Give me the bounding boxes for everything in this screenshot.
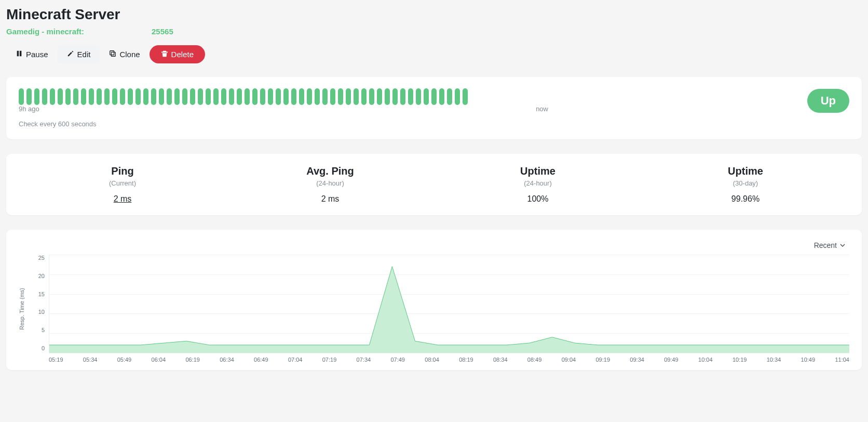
heartbeat-pill[interactable] bbox=[400, 88, 405, 105]
heartbeat-pill[interactable] bbox=[159, 88, 164, 105]
heartbeat-pill[interactable] bbox=[190, 88, 195, 105]
subtitle-row: Gamedig - minecraft: 25565 bbox=[6, 27, 862, 36]
chart-yaxis: 2520151050 bbox=[27, 255, 48, 351]
heartbeat-pill[interactable] bbox=[120, 88, 125, 105]
chart-area-svg bbox=[49, 255, 849, 353]
heartbeat-pill[interactable] bbox=[346, 88, 351, 105]
heartbeat-pill[interactable] bbox=[26, 88, 32, 105]
xtick: 06:04 bbox=[152, 357, 166, 363]
heartbeat-pill[interactable] bbox=[237, 88, 242, 105]
xtick: 11:04 bbox=[835, 357, 849, 363]
xtick: 09:49 bbox=[664, 357, 679, 363]
heartbeat-pill[interactable] bbox=[245, 88, 250, 105]
heartbeat-pill[interactable] bbox=[128, 88, 133, 105]
clone-button[interactable]: Clone bbox=[100, 45, 149, 63]
heartbeat-pill[interactable] bbox=[276, 88, 281, 105]
heartbeat-pill[interactable] bbox=[34, 88, 39, 105]
chart-range-label: Recent bbox=[814, 241, 837, 249]
heartbeat-pill[interactable] bbox=[221, 88, 226, 105]
heartbeat-pill[interactable] bbox=[42, 88, 47, 105]
heartbeat-pill[interactable] bbox=[431, 88, 437, 105]
heartbeat-pill[interactable] bbox=[377, 88, 382, 105]
xtick: 10:34 bbox=[767, 357, 781, 363]
delete-button[interactable]: Delete bbox=[150, 45, 205, 63]
ytick: 10 bbox=[27, 309, 45, 315]
stat-title: Uptime bbox=[642, 165, 849, 177]
heartbeat-pill[interactable] bbox=[424, 88, 429, 105]
chart-card: Recent Resp. Time (ms) 2520151050 05:190… bbox=[6, 230, 862, 370]
stat-title: Avg. Ping bbox=[226, 165, 434, 177]
heartbeat-pill[interactable] bbox=[307, 88, 312, 105]
delete-label: Delete bbox=[171, 50, 194, 59]
pause-icon bbox=[16, 50, 23, 59]
xtick: 05:49 bbox=[117, 357, 132, 363]
heartbeat-pill[interactable] bbox=[73, 88, 78, 105]
heartbeat-pill[interactable] bbox=[143, 88, 148, 105]
heartbeat-pill[interactable] bbox=[291, 88, 296, 105]
heartbeat-pill[interactable] bbox=[260, 88, 265, 105]
heartbeat-pill[interactable] bbox=[135, 88, 141, 105]
xtick: 07:49 bbox=[390, 357, 405, 363]
stat-sub: (Current) bbox=[19, 179, 226, 187]
heartbeat-pill[interactable] bbox=[229, 88, 234, 105]
svg-rect-1 bbox=[20, 51, 22, 57]
heartbeat-pill[interactable] bbox=[385, 88, 390, 105]
stat: Uptime(30-day)99.96% bbox=[642, 165, 849, 204]
heartbeat-pill[interactable] bbox=[361, 88, 367, 105]
ytick: 0 bbox=[27, 345, 45, 351]
heartbeat-pill[interactable] bbox=[369, 88, 374, 105]
stat-sub: (30-day) bbox=[642, 179, 849, 187]
heartbeat-pill[interactable] bbox=[455, 88, 460, 105]
xtick: 08:34 bbox=[493, 357, 508, 363]
heartbeat-pill[interactable] bbox=[174, 88, 180, 105]
xtick: 08:49 bbox=[527, 357, 542, 363]
heartbeat-pill[interactable] bbox=[65, 88, 71, 105]
stat: Avg. Ping(24-hour)2 ms bbox=[226, 165, 434, 204]
heartbeat-pill[interactable] bbox=[151, 88, 156, 105]
heartbeat-pill[interactable] bbox=[213, 88, 219, 105]
heartbeat-pill[interactable] bbox=[167, 88, 172, 105]
heartbeat-pill[interactable] bbox=[354, 88, 359, 105]
heartbeat-pill[interactable] bbox=[330, 88, 335, 105]
heartbeat-pill[interactable] bbox=[58, 88, 63, 105]
heartbeat-pill[interactable] bbox=[198, 88, 203, 105]
subtitle-label: Gamedig - minecraft: bbox=[6, 27, 84, 36]
xtick: 07:19 bbox=[322, 357, 337, 363]
heartbeat-pill[interactable] bbox=[416, 88, 421, 105]
heartbeat-pill[interactable] bbox=[338, 88, 343, 105]
clone-label: Clone bbox=[119, 50, 140, 59]
heartbeat-pill[interactable] bbox=[299, 88, 304, 105]
heartbeat-pill[interactable] bbox=[447, 88, 452, 105]
heartbeat-pill[interactable] bbox=[268, 88, 273, 105]
heartbeat-pill[interactable] bbox=[97, 88, 102, 105]
heartbeat-pill[interactable] bbox=[315, 88, 320, 105]
xtick: 08:04 bbox=[425, 357, 439, 363]
heartbeat-pill[interactable] bbox=[112, 88, 117, 105]
chart-range-dropdown[interactable]: Recent bbox=[810, 239, 849, 252]
heartbeat-pill[interactable] bbox=[408, 88, 413, 105]
heartbeat-pill[interactable] bbox=[252, 88, 257, 105]
svg-rect-0 bbox=[17, 51, 19, 57]
pause-button[interactable]: Pause bbox=[6, 45, 58, 63]
heartbeat-pill[interactable] bbox=[322, 88, 328, 105]
xtick: 07:04 bbox=[288, 357, 303, 363]
heartbeat-pill[interactable] bbox=[439, 88, 444, 105]
heartbeat-pill[interactable] bbox=[19, 88, 24, 105]
xtick: 06:49 bbox=[254, 357, 268, 363]
heartbeat-pill[interactable] bbox=[104, 88, 110, 105]
svg-rect-3 bbox=[110, 51, 114, 55]
chart-plot bbox=[49, 255, 849, 353]
edit-button[interactable]: Edit bbox=[58, 45, 100, 63]
heartbeat-pill[interactable] bbox=[50, 88, 55, 105]
heartbeat-pill[interactable] bbox=[182, 88, 187, 105]
heartbeat-pill[interactable] bbox=[392, 88, 398, 105]
heartbeat-pill[interactable] bbox=[89, 88, 94, 105]
xtick: 10:04 bbox=[698, 357, 713, 363]
heartbeat-pill[interactable] bbox=[81, 88, 86, 105]
heartbeat-card: 9h ago now Up Check every 600 seconds bbox=[6, 77, 862, 139]
heartbeat-pill[interactable] bbox=[283, 88, 289, 105]
heartbeat-pill[interactable] bbox=[463, 88, 468, 105]
heartbeat-pill[interactable] bbox=[206, 88, 211, 105]
svg-rect-2 bbox=[112, 52, 116, 56]
xtick: 05:19 bbox=[49, 357, 63, 363]
